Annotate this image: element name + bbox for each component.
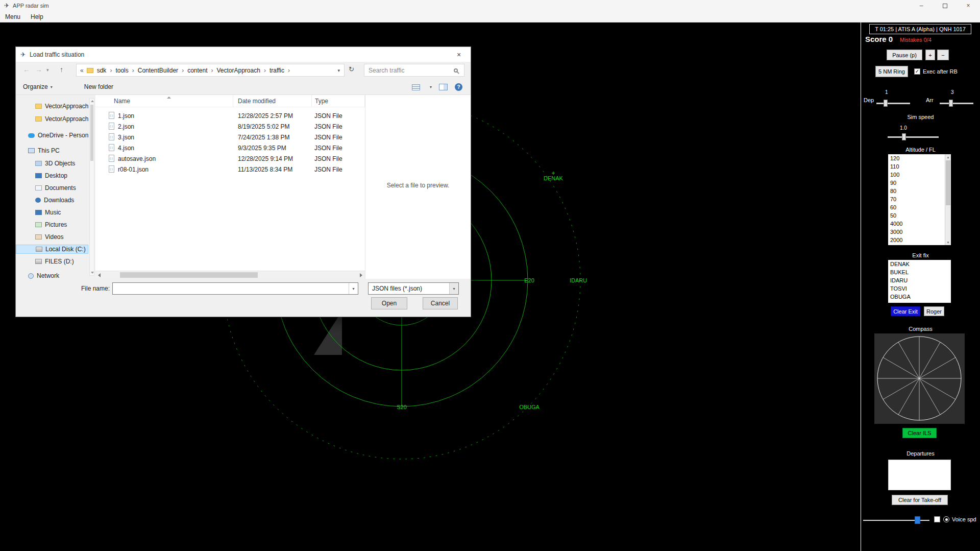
sidebar-item-pictures[interactable]: Pictures [16,220,88,229]
exit-fix-option[interactable]: IDARU [888,276,951,284]
sidebar-item-this-pc[interactable]: This PC [16,146,88,155]
file-row[interactable]: 3.json 7/24/2025 1:38 PM JSON File [95,132,365,142]
breadcrumb-segment[interactable]: sdk [97,67,116,74]
voice-slider-thumb[interactable] [915,516,920,524]
open-button[interactable]: Open [371,297,407,309]
voice-radio[interactable] [943,516,949,522]
speed-minus-button[interactable]: − [937,50,949,60]
file-name-field[interactable]: ▾ [112,282,358,295]
breadcrumb-caret-icon[interactable]: ▾ [337,68,340,73]
altitude-option[interactable]: 70 [888,195,951,203]
column-header-type[interactable]: Type [312,95,365,107]
file-name[interactable]: 3.json [118,132,134,142]
menu-item-help[interactable]: Help [26,11,48,22]
preview-pane-icon[interactable] [439,84,448,90]
exit-fix-option[interactable]: TOSVI [888,284,951,293]
voice-checkbox[interactable] [934,516,940,522]
scrollbar-thumb[interactable] [120,272,258,278]
scroll-right-icon[interactable] [360,273,362,277]
dialog-title-bar[interactable]: ✈ Load traffic situation [16,47,471,62]
altitude-option[interactable]: 90 [888,179,951,187]
altitude-scrollbar[interactable]: ▲ ▼ [945,154,951,245]
change-view-icon[interactable] [412,84,420,90]
altitude-option[interactable]: 110 [888,162,951,171]
cancel-button[interactable]: Cancel [423,297,458,309]
sidebar-item-videos[interactable]: Videos [16,232,88,242]
file-name-caret-icon[interactable]: ▾ [349,283,358,294]
altitude-option[interactable]: 100 [888,171,951,179]
altitude-option[interactable]: 2000 [888,236,951,244]
clear-for-takeoff-button[interactable]: Clear for Take-off [892,495,948,505]
menu-item-menu[interactable]: Menu [0,11,26,22]
roger-button[interactable]: Roger [924,306,944,316]
back-icon[interactable]: ← [23,65,30,74]
exec-after-rb-checkbox[interactable]: ✓ [914,68,920,75]
file-row[interactable]: 2.json 8/19/2025 5:02 PM JSON File [95,121,365,132]
departures-listbox[interactable] [888,460,951,490]
altitude-option[interactable]: 120 [888,154,951,162]
file-row[interactable]: 4.json 9/3/2025 9:35 PM JSON File [95,142,365,153]
file-name[interactable]: 1.json [118,110,134,121]
exit-fix-option[interactable]: DENAK [888,260,951,268]
breadcrumb-segment[interactable]: traffic [270,67,293,74]
compass-rose[interactable] [874,333,965,424]
exit-fix-option[interactable]: BUKEL [888,268,951,276]
sidebar-item-local-disk-c[interactable]: Local Disk (C:) [16,245,88,254]
column-header-date-modified[interactable]: Date modified [233,95,312,107]
sidebar-item-network[interactable]: Network [16,271,88,279]
maximize-button[interactable] [933,0,957,11]
breadcrumb-segment[interactable]: tools [115,67,137,74]
sidebar-item-downloads[interactable]: Downloads [16,196,88,205]
sidebar-item-3d-objects[interactable]: 3D Objects [16,159,88,168]
close-button[interactable]: × [957,0,980,11]
scroll-down-icon[interactable] [91,272,94,274]
forward-icon[interactable]: → [35,65,42,74]
speed-plus-button[interactable]: + [925,50,935,60]
scroll-down-icon[interactable]: ▼ [945,239,951,245]
history-caret-icon[interactable]: ▾ [46,67,49,73]
scroll-left-icon[interactable] [98,273,101,277]
altitude-option[interactable]: 80 [888,187,951,195]
file-name[interactable]: autosave.json [118,153,156,164]
altitude-option[interactable]: 3000 [888,228,951,236]
altitude-option[interactable]: 4000 [888,220,951,228]
help-icon[interactable]: ? [455,83,462,91]
file-row[interactable]: 1.json 12/28/2025 2:57 PM JSON File [95,110,365,121]
exit-fix-option[interactable]: OBUGA [888,293,951,301]
sidebar-item-files-d[interactable]: FILES (D:) [16,257,88,266]
file-row[interactable]: autosave.json 12/28/2025 9:14 PM JSON Fi… [95,153,365,164]
breadcrumb-segment[interactable]: ContentBuilder [138,67,187,74]
scroll-up-icon[interactable]: ▲ [945,154,951,160]
sidebar-item-vectorapproach[interactable]: VectorApproach [16,102,88,111]
sidebar-item-desktop[interactable]: Desktop [16,171,88,180]
scrollbar-thumb[interactable] [946,160,950,205]
file-row[interactable]: r08-01.json 11/13/2025 8:34 PM JSON File [95,164,365,175]
up-icon[interactable]: ↑ [60,65,63,74]
file-name[interactable]: 2.json [118,121,134,132]
minimize-button[interactable]: – [910,0,933,11]
search-box[interactable] [364,64,464,77]
arr-slider-thumb[interactable] [949,100,953,107]
column-header-name[interactable]: Name [95,95,233,107]
ring-button[interactable]: 5 NM Ring [875,66,908,77]
scrollbar-thumb[interactable] [90,105,93,161]
dialog-close-button[interactable]: × [447,47,471,62]
file-name[interactable]: 4.json [118,142,134,153]
clear-ils-button[interactable]: Clear ILS [902,428,937,438]
sidebar-item-vectorapproach[interactable]: VectorApproach [16,114,88,124]
views-caret-icon[interactable]: ▾ [430,85,432,89]
dep-slider-thumb[interactable] [884,100,888,107]
scroll-up-icon[interactable] [91,100,94,102]
search-input[interactable] [364,67,454,74]
pause-button[interactable]: Pause (p) [887,50,922,60]
sidebar-item-documents[interactable]: Documents [16,183,88,193]
breadcrumb[interactable]: « sdk tools ContentBuilder content Vecto… [76,64,345,77]
horizontal-scrollbar[interactable] [95,271,365,279]
file-type-select[interactable]: JSON files (*.json) ▾ [368,282,459,295]
breadcrumb-segment[interactable]: VectorApproach [217,67,270,74]
new-folder-button[interactable]: New folder [84,83,113,90]
file-name[interactable]: r08-01.json [118,164,149,175]
sim-speed-slider-thumb[interactable] [902,133,906,140]
breadcrumb-segment[interactable]: content [187,67,216,74]
altitude-option[interactable]: 60 [888,203,951,211]
